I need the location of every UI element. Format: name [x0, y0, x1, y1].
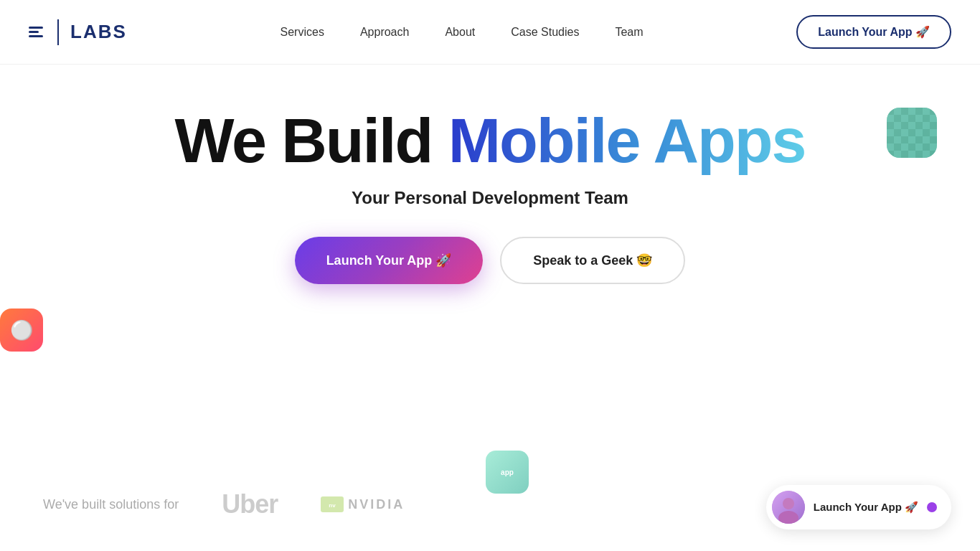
orange-icon-emoji: ⚪ — [10, 319, 33, 342]
logo[interactable]: LABS — [29, 19, 127, 45]
cta-widget-label: Launch Your App 🚀 — [814, 501, 918, 514]
logo-line-1 — [29, 27, 43, 29]
nav-cta-button[interactable]: Launch Your App 🚀 — [796, 15, 951, 49]
float-orange-icon: ⚪ — [0, 309, 43, 352]
nav-item-team[interactable]: Team — [615, 26, 643, 39]
logo-lines-icon — [29, 27, 43, 37]
nav-item-about[interactable]: About — [445, 26, 475, 39]
built-for-text: We've built solutions for — [43, 497, 179, 512]
hero-subtitle: Your Personal Development Team — [352, 188, 628, 208]
nav-item-approach[interactable]: Approach — [360, 26, 410, 39]
nav-link-about[interactable]: About — [445, 26, 475, 38]
float-teal-inner — [887, 108, 937, 158]
hero-launch-button[interactable]: Launch Your App 🚀 — [295, 237, 484, 284]
logo-line-2 — [29, 31, 39, 33]
nav-link-case-studies[interactable]: Case Studies — [511, 26, 579, 38]
nvidia-logo: nv NVIDIA — [321, 496, 405, 512]
hero-speak-button[interactable]: Speak to a Geek 🤓 — [500, 237, 685, 284]
uber-logo: Uber — [222, 489, 278, 519]
hero-title-prefix: We Build — [174, 105, 448, 176]
logo-icon — [29, 27, 46, 37]
logos-row: Uber nv NVIDIA — [222, 489, 405, 519]
hero-section: ⚪ We Build Mobile Apps Your Personal Dev… — [0, 65, 980, 356]
nav-link-services[interactable]: Services — [281, 26, 324, 38]
svg-text:nv: nv — [329, 502, 336, 509]
nvidia-icon: nv — [321, 496, 344, 512]
nvidia-text: NVIDIA — [348, 497, 405, 512]
nav-item-case-studies[interactable]: Case Studies — [511, 26, 579, 39]
hero-title: We Build Mobile Apps — [174, 108, 805, 174]
hero-title-apps: Apps — [654, 105, 806, 176]
svg-point-3 — [783, 498, 794, 509]
hero-buttons: Launch Your App 🚀 Speak to a Geek 🤓 — [295, 237, 686, 284]
nav-links: Services Approach About Case Studies Tea… — [281, 26, 644, 39]
navbar: LABS Services Approach About Case Studie… — [0, 0, 980, 65]
nav-item-services[interactable]: Services — [281, 26, 324, 39]
cta-avatar — [772, 491, 805, 524]
cta-dot — [927, 502, 937, 512]
logo-divider — [57, 19, 59, 45]
logo-text: LABS — [70, 21, 127, 43]
float-teal-icon — [887, 108, 937, 158]
hero-title-space — [639, 105, 653, 176]
logo-line-3 — [29, 35, 43, 37]
nav-link-approach[interactable]: Approach — [360, 26, 410, 38]
avatar-svg — [772, 491, 805, 524]
cta-widget[interactable]: Launch Your App 🚀 — [766, 485, 951, 529]
nav-link-team[interactable]: Team — [615, 26, 643, 38]
hero-title-mobile: Mobile — [448, 105, 640, 176]
